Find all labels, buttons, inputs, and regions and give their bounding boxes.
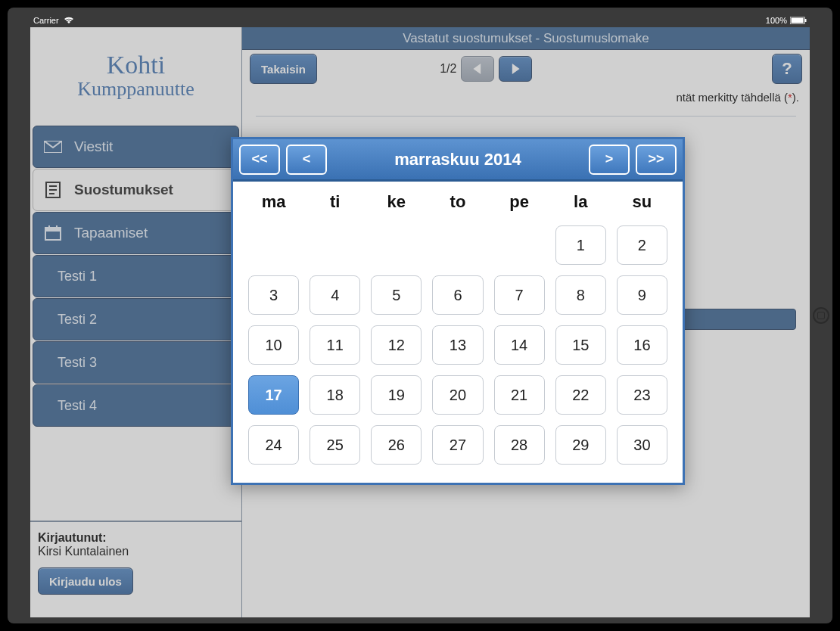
picker-next-month-button[interactable]: > xyxy=(589,145,630,175)
sidebar-item-2[interactable]: Tapaamiset xyxy=(33,212,239,254)
page-title: Vastatut suostumukset - Suostumuslomake xyxy=(242,27,810,50)
session-panel: Kirjautunut: Kirsi Kuntalainen Kirjaudu … xyxy=(30,521,241,617)
picker-day-26[interactable]: 26 xyxy=(371,425,422,465)
document-icon xyxy=(44,182,62,197)
mail-icon xyxy=(44,139,62,154)
picker-dow: ke xyxy=(371,192,422,215)
picker-dow: la xyxy=(555,192,606,215)
sidebar-item-3[interactable]: Testi 1 xyxy=(33,255,239,297)
picker-day-17[interactable]: 17 xyxy=(248,375,299,415)
sidebar-item-label: Testi 2 xyxy=(58,312,97,328)
session-user: Kirsi Kuntalainen xyxy=(38,545,234,558)
sidebar-item-label: Tapaamiset xyxy=(74,225,148,241)
picker-day-3[interactable]: 3 xyxy=(248,275,299,315)
help-button[interactable]: ? xyxy=(772,54,802,84)
picker-day-22[interactable]: 22 xyxy=(555,375,606,415)
sidebar-item-label: Testi 4 xyxy=(58,398,97,414)
pager-prev-button[interactable] xyxy=(461,56,494,82)
picker-dow: to xyxy=(432,192,483,215)
picker-day-19[interactable]: 19 xyxy=(371,375,422,415)
picker-day-8[interactable]: 8 xyxy=(555,275,606,315)
triangle-left-icon xyxy=(472,64,483,74)
divider xyxy=(256,116,796,117)
status-bar: Carrier 100% xyxy=(30,14,810,27)
session-label: Kirjautunut: xyxy=(38,531,107,544)
wifi-icon xyxy=(64,17,74,24)
picker-day-14[interactable]: 14 xyxy=(494,325,545,365)
picker-day-6[interactable]: 6 xyxy=(432,275,483,315)
picker-day-5[interactable]: 5 xyxy=(371,275,422,315)
picker-title: marraskuu 2014 xyxy=(333,150,583,169)
picker-day-20[interactable]: 20 xyxy=(432,375,483,415)
sidebar-item-label: Suostumukset xyxy=(74,182,173,198)
picker-day-23[interactable]: 23 xyxy=(617,375,667,415)
picker-day-27[interactable]: 27 xyxy=(432,425,483,465)
picker-day-30[interactable]: 30 xyxy=(617,425,667,465)
picker-header: << < marraskuu 2014 > >> xyxy=(233,139,683,182)
sidebar-item-label: Testi 1 xyxy=(58,269,97,284)
pager-next-button[interactable] xyxy=(499,56,532,82)
carrier-label: Carrier xyxy=(33,16,59,25)
picker-day-9[interactable]: 9 xyxy=(617,275,667,315)
picker-dow: su xyxy=(617,192,667,215)
picker-day-empty xyxy=(432,225,483,265)
tablet-frame: Carrier 100% Kohti Kumppanuutte ViestitS… xyxy=(0,0,840,631)
pager: 1/2 xyxy=(440,56,532,82)
sidebar-item-6[interactable]: Testi 4 xyxy=(33,384,239,427)
triangle-right-icon xyxy=(510,64,521,74)
picker-dow: ti xyxy=(310,192,360,215)
app-screen: Kohti Kumppanuutte ViestitSuostumuksetTa… xyxy=(30,27,810,617)
sidebar-item-5[interactable]: Testi 3 xyxy=(33,341,239,384)
picker-day-21[interactable]: 21 xyxy=(494,375,545,415)
calendar-icon xyxy=(44,225,62,241)
sidebar-item-label: Testi 3 xyxy=(58,355,97,371)
picker-next-year-button[interactable]: >> xyxy=(636,145,677,175)
picker-day-empty xyxy=(371,225,422,265)
picker-day-empty xyxy=(310,225,360,265)
logout-button[interactable]: Kirjaudu ulos xyxy=(38,567,133,595)
home-button[interactable] xyxy=(813,307,829,324)
app-logo: Kohti Kumppanuutte xyxy=(30,27,241,126)
picker-day-7[interactable]: 7 xyxy=(494,275,545,315)
picker-prev-year-button[interactable]: << xyxy=(239,145,280,175)
picker-day-24[interactable]: 24 xyxy=(248,425,299,465)
picker-dow: pe xyxy=(494,192,545,215)
date-picker: << < marraskuu 2014 > >> matiketopelasu1… xyxy=(231,137,685,485)
picker-day-empty xyxy=(494,225,545,265)
pager-label: 1/2 xyxy=(440,62,456,76)
picker-day-1[interactable]: 1 xyxy=(555,225,606,265)
sidebar: Kohti Kumppanuutte ViestitSuostumuksetTa… xyxy=(30,27,242,617)
picker-day-28[interactable]: 28 xyxy=(494,425,545,465)
picker-day-10[interactable]: 10 xyxy=(248,325,299,365)
picker-day-12[interactable]: 12 xyxy=(371,325,422,365)
sidebar-item-0[interactable]: Viestit xyxy=(33,126,239,168)
svg-rect-1 xyxy=(792,18,804,23)
picker-day-4[interactable]: 4 xyxy=(310,275,360,315)
sidebar-item-4[interactable]: Testi 2 xyxy=(33,298,239,340)
picker-prev-month-button[interactable]: < xyxy=(286,145,327,175)
picker-day-18[interactable]: 18 xyxy=(310,375,360,415)
toolbar: Takaisin 1/2 ? xyxy=(242,50,810,88)
picker-day-15[interactable]: 15 xyxy=(555,325,606,365)
picker-day-16[interactable]: 16 xyxy=(617,325,667,365)
tablet-bezel: Carrier 100% Kohti Kumppanuutte ViestitS… xyxy=(8,8,832,623)
picker-day-13[interactable]: 13 xyxy=(432,325,483,365)
picker-dow: ma xyxy=(248,192,299,215)
picker-day-25[interactable]: 25 xyxy=(310,425,360,465)
picker-day-11[interactable]: 11 xyxy=(310,325,360,365)
back-button[interactable]: Takaisin xyxy=(250,54,317,84)
picker-grid: matiketopelasu12345678910111213141516171… xyxy=(233,182,683,483)
sidebar-item-1[interactable]: Suostumukset xyxy=(33,169,239,211)
required-note: ntät merkitty tähdellä (*). xyxy=(242,88,810,104)
picker-day-empty xyxy=(248,225,299,265)
nav-list: ViestitSuostumuksetTapaamisetTesti 1Test… xyxy=(30,126,241,427)
picker-day-2[interactable]: 2 xyxy=(617,225,667,265)
picker-day-29[interactable]: 29 xyxy=(555,425,606,465)
battery-icon xyxy=(790,17,807,24)
sidebar-item-label: Viestit xyxy=(74,138,113,155)
battery-label: 100% xyxy=(766,16,787,25)
svg-rect-2 xyxy=(805,19,807,22)
svg-rect-9 xyxy=(45,228,61,232)
